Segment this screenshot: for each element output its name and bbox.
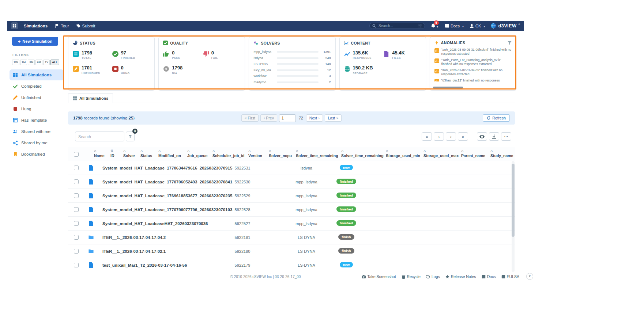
anomalies-filter-icon[interactable] <box>508 41 512 45</box>
new-simulation-button[interactable]: New Simulation <box>12 37 58 46</box>
first-page-button[interactable]: « First <box>241 114 259 122</box>
table-row[interactable]: System_model_HAT_Loadcase_1770634479616_… <box>68 161 515 175</box>
time-filter-button[interactable]: 1Y <box>43 60 50 65</box>
row-name-link[interactable]: System_model_HAT_Loadcase_1769618853677_… <box>102 194 232 198</box>
table-scrollbar-track[interactable] <box>512 161 515 272</box>
page-number-input[interactable] <box>279 114 296 122</box>
sort-icon[interactable]: A <box>341 149 384 153</box>
sidebar-item-shared-by-me[interactable]: Shared by me <box>10 137 64 148</box>
sort-icon[interactable]: ⇅ <box>110 149 114 153</box>
brand-logo[interactable]: d3VIEW ® <box>491 23 520 28</box>
sidebar-item-shared-with-me[interactable]: Shared with me <box>10 126 64 137</box>
sort-icon[interactable]: A <box>187 149 207 153</box>
sort-icon[interactable]: A <box>269 149 292 153</box>
footer-link-take-screenshot[interactable]: Take Screenshot <box>362 274 396 279</box>
sidebar-item-hung[interactable]: Hung <box>10 103 64 114</box>
column-header[interactable]: A Solver_time_remaining <box>341 149 384 158</box>
row-checkbox[interactable] <box>74 193 79 198</box>
notifications-button[interactable]: 5 <box>431 23 439 29</box>
sidebar-item-all-simulations[interactable]: All Simulations <box>10 69 64 80</box>
row-name-link[interactable]: System_model_HAT_Loadcase_1770796077796_… <box>102 208 232 212</box>
search-options-icon[interactable] <box>418 24 422 28</box>
page-prev-button[interactable]: ‹ <box>434 132 444 141</box>
row-checkbox[interactable] <box>74 207 79 212</box>
view-columns-button[interactable] <box>477 132 487 141</box>
footer-link-recycle[interactable]: Recycle <box>402 274 421 279</box>
row-name-link[interactable]: System_model_HAT_LoadcaseHAT_20260323070… <box>102 221 208 226</box>
column-header[interactable]: A Status <box>140 149 152 158</box>
column-header[interactable]: A Job_queue <box>187 149 207 158</box>
next-page-button[interactable]: Next › <box>306 114 323 122</box>
nav-menu-item[interactable]: Tour <box>55 24 69 28</box>
prev-page-button[interactable]: ‹ Prev <box>260 114 277 122</box>
column-header[interactable]: ⇅ ID <box>110 149 114 158</box>
column-header[interactable]: A Study_name <box>490 149 513 158</box>
anomaly-item[interactable]: "awk_2026-03-09-05-31-09fxckml" finished… <box>434 48 512 56</box>
nav-menu-item[interactable]: Simulations <box>24 24 48 28</box>
anomalies-scrollbar[interactable] <box>433 87 463 88</box>
time-filter-button[interactable]: 6M <box>35 60 42 65</box>
page-first-button[interactable]: « <box>422 132 432 141</box>
sidebar-item-unfinished[interactable]: Unfinished <box>10 92 64 103</box>
time-filter-button[interactable]: 3M <box>28 60 35 65</box>
global-search-input[interactable] <box>378 23 417 28</box>
select-all-checkbox[interactable] <box>74 152 79 157</box>
column-header[interactable]: A Parent_name <box>461 149 485 158</box>
table-row[interactable]: System_model_HAT_Loadcase_1769618853677_… <box>68 189 515 203</box>
column-header[interactable]: A Version <box>248 149 262 158</box>
global-search[interactable] <box>369 23 425 29</box>
sort-icon[interactable]: A <box>423 149 459 153</box>
footer-link-logs[interactable]: Logs <box>426 274 440 279</box>
row-checkbox[interactable] <box>74 249 79 254</box>
column-header[interactable]: A Solver_ncpu <box>269 149 292 158</box>
row-name-link[interactable]: test_unixail_Mar1_T2_2026-03-17-04-16-56 <box>102 263 187 267</box>
table-row[interactable]: ITER__1._2026-03-17-04-17-02.1 5922180 L… <box>68 244 515 258</box>
page-next-button[interactable]: › <box>446 132 456 141</box>
sort-icon[interactable]: A <box>212 149 245 153</box>
anomaly-item[interactable]: "d3hsp_dec22" finished with no responses… <box>434 79 512 81</box>
time-filter-button[interactable]: 1M <box>20 60 27 65</box>
more-options-button[interactable]: ⋯ <box>501 132 511 141</box>
column-header[interactable]: A Solver_time_remaining <box>296 149 338 158</box>
sort-icon[interactable]: A <box>140 149 152 153</box>
tab-all-simulations[interactable]: All Simulations <box>68 93 113 103</box>
row-checkbox[interactable] <box>74 179 79 184</box>
download-button[interactable] <box>489 132 499 141</box>
sort-icon[interactable]: A <box>248 149 262 153</box>
sort-icon[interactable]: A <box>123 149 135 153</box>
sidebar-item-bookmarked[interactable]: Bookmarked <box>10 149 64 160</box>
anomaly-item[interactable]: "awk_2026-01-02-01-34-05" finished with … <box>434 68 512 76</box>
column-header[interactable]: A Storage_used_min <box>386 149 420 158</box>
row-name-link[interactable]: System_model_HAT_Loadcase_1770634479616_… <box>102 166 232 170</box>
user-menu[interactable]: CK <box>470 24 485 28</box>
sort-icon[interactable]: A <box>461 149 485 153</box>
apps-grid-button[interactable] <box>11 22 18 29</box>
row-name-link[interactable]: System_model_HAT_Loadcase_1770706052493_… <box>102 180 232 184</box>
table-row[interactable]: System_model_HAT_LoadcaseHAT_20260323070… <box>68 217 515 231</box>
footer-link-eulsa[interactable]: EULSA <box>501 274 519 279</box>
column-header[interactable]: A Solver <box>123 149 135 158</box>
docs-menu[interactable]: Docs <box>445 24 464 28</box>
row-checkbox[interactable] <box>74 166 79 170</box>
sort-icon[interactable]: A <box>94 149 105 153</box>
row-name-link[interactable]: ITER__1._2026-03-17-04-17-02.1 <box>102 249 166 254</box>
footer-link-docs[interactable]: Docs <box>482 274 496 279</box>
page-last-button[interactable]: » <box>458 132 468 141</box>
sort-icon[interactable]: A <box>158 149 181 153</box>
column-header[interactable]: A Storage_used_max <box>423 149 459 158</box>
column-header[interactable]: A Scheduler_job_id <box>212 149 245 158</box>
table-scrollbar-thumb[interactable] <box>512 164 515 237</box>
column-header[interactable]: A Name <box>94 149 105 158</box>
last-page-button[interactable]: Last » <box>325 114 342 122</box>
sort-icon[interactable]: A <box>296 149 338 153</box>
table-row[interactable]: System_model_HAT_Loadcase_1770706052493_… <box>68 175 515 189</box>
table-search-input[interactable] <box>75 132 124 141</box>
row-checkbox[interactable] <box>74 263 79 267</box>
sidebar-item-has-template[interactable]: Has Template <box>10 115 64 126</box>
table-row[interactable]: ITER__1._2026-03-17-04-17-04.2 5922181 L… <box>68 231 515 244</box>
sort-icon[interactable]: A <box>386 149 420 153</box>
scroll-down-button[interactable] <box>526 273 533 280</box>
sort-icon[interactable]: A <box>490 149 513 153</box>
row-name-link[interactable]: ITER__1._2026-03-17-04-17-04.2 <box>102 235 166 240</box>
row-checkbox[interactable] <box>74 235 79 240</box>
